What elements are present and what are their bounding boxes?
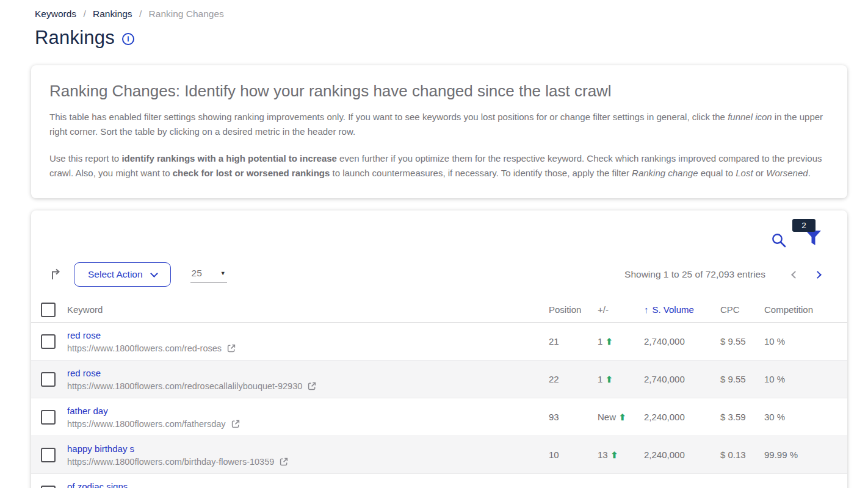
pagination <box>784 264 829 285</box>
table-header-row: Keyword Position +/- ↑ S. Volume CPC Com… <box>31 297 847 323</box>
cpc-value: $ 0.13 <box>720 450 764 460</box>
breadcrumb-separator: / <box>83 9 85 19</box>
breadcrumb-current: Ranking Changes <box>149 9 224 19</box>
keyword-link[interactable]: red rose <box>67 330 101 340</box>
position-value: 93 <box>549 412 598 422</box>
filter-value-worsened: Worsened <box>766 168 808 178</box>
intro-text: to launch countermeasures, if necessary.… <box>330 168 632 178</box>
keyword-link[interactable]: happy birthday s <box>67 443 134 454</box>
volume-value: 2,740,000 <box>644 336 720 346</box>
funnel-filter-icon[interactable]: 2 <box>805 230 822 251</box>
column-header-position[interactable]: Position <box>549 304 598 315</box>
cpc-value: $ 3.59 <box>720 412 764 422</box>
breadcrumb-separator: / <box>139 9 142 19</box>
column-header-competition[interactable]: Competition <box>764 304 847 315</box>
table-toolbar: Select Action 25 ▼ Showing 1 to 25 of 72… <box>31 251 847 289</box>
funnel-icon-mention: funnel icon <box>728 112 772 122</box>
row-checkbox[interactable] <box>41 410 56 425</box>
keyword-link[interactable]: father day <box>67 406 108 416</box>
volume-value: 2,740,000 <box>644 374 720 384</box>
intro-paragraph-1: This table has enabled filter settings s… <box>49 110 826 138</box>
select-all-checkbox[interactable] <box>41 303 56 317</box>
filter-name-mention: Ranking change <box>632 168 698 178</box>
row-checkbox[interactable] <box>41 334 56 349</box>
select-action-button[interactable]: Select Action <box>74 262 171 287</box>
filter-count-badge: 2 <box>792 219 816 232</box>
row-checkbox[interactable] <box>41 486 56 488</box>
external-link-icon[interactable] <box>226 343 236 353</box>
table-row: red rose https://www.1800flowers.com/red… <box>31 361 847 398</box>
change-up-icon: ⬆ <box>611 450 618 460</box>
change-up-icon: ⬆ <box>619 412 626 422</box>
page-title: Rankings <box>35 27 115 49</box>
caret-down-icon: ▼ <box>220 270 226 276</box>
chevron-right-icon <box>814 271 822 279</box>
chevron-down-icon <box>150 270 158 278</box>
intro-text: or <box>753 168 767 178</box>
external-link-icon[interactable] <box>231 419 241 429</box>
intro-card: Ranking Changes: Identify how your ranki… <box>31 65 847 198</box>
position-value: 22 <box>549 374 598 384</box>
column-header-svolume[interactable]: ↑ S. Volume <box>644 304 720 315</box>
change-up-icon: ⬆ <box>606 337 613 346</box>
intro-heading: Ranking Changes: Identify how your ranki… <box>49 82 826 101</box>
keyword-url: https://www.1800flowers.com/redrosecalla… <box>67 381 302 391</box>
column-header-cpc[interactable]: CPC <box>720 304 764 315</box>
column-header-keyword[interactable]: Keyword <box>67 304 549 315</box>
breadcrumb: Keywords / Rankings / Ranking Changes <box>35 9 868 20</box>
info-icon[interactable]: i <box>122 33 134 45</box>
keyword-url: https://www.1800flowers.com/fathersday <box>67 419 226 429</box>
external-link-icon[interactable] <box>307 381 317 391</box>
position-value: 10 <box>549 450 598 460</box>
cpc-value: $ 9.55 <box>720 336 764 346</box>
competition-value: 99.99 % <box>764 450 847 460</box>
competition-value: 30 % <box>764 412 847 422</box>
export-icon[interactable] <box>49 268 63 281</box>
change-value: 1 <box>598 336 602 346</box>
intro-bold: identify rankings with a high potential … <box>121 153 337 163</box>
search-icon[interactable] <box>771 232 787 251</box>
position-value: 21 <box>549 336 598 346</box>
competition-value: 10 % <box>764 374 847 384</box>
keyword-link[interactable]: of zodiac signs <box>67 481 128 488</box>
next-page-button[interactable] <box>806 264 829 285</box>
volume-value: 2,240,000 <box>644 412 720 422</box>
table-row: father day https://www.1800flowers.com/f… <box>31 398 847 436</box>
keyword-url: https://www.1800flowers.com/red-roses <box>67 343 222 353</box>
breadcrumb-link-keywords[interactable]: Keywords <box>35 9 76 19</box>
intro-bold: check for lost or worsened rankings <box>173 168 330 178</box>
row-checkbox[interactable] <box>41 448 56 462</box>
intro-text: Use this report to <box>49 153 121 163</box>
competition-value: 10 % <box>764 336 847 346</box>
change-up-icon: ⬆ <box>606 375 613 384</box>
filter-value-lost: Lost <box>736 168 753 178</box>
cpc-value: $ 9.55 <box>720 374 764 384</box>
volume-value: 2,240,000 <box>644 450 720 460</box>
table-row: red rose https://www.1800flowers.com/red… <box>31 323 847 361</box>
sort-ascending-icon: ↑ <box>644 304 649 315</box>
page: Keywords / Rankings / Ranking Changes Ra… <box>0 9 868 488</box>
title-row: Rankings i <box>35 27 868 49</box>
ranking-table-card: 2 Select Action 25 <box>31 210 847 488</box>
previous-page-button[interactable] <box>784 264 806 285</box>
page-size-select[interactable]: 25 ▼ <box>190 267 227 283</box>
external-link-icon[interactable] <box>279 457 289 467</box>
intro-text: This table has enabled filter settings s… <box>49 112 728 122</box>
column-header-change[interactable]: +/- <box>598 304 644 315</box>
breadcrumb-link-rankings[interactable]: Rankings <box>93 9 132 19</box>
intro-text: . <box>808 168 811 178</box>
chevron-left-icon <box>791 271 799 279</box>
select-action-label: Select Action <box>88 269 143 280</box>
table-row: of zodiac signs https://www.1800flowers.… <box>31 474 847 488</box>
change-value: 13 <box>598 450 608 460</box>
intro-paragraph-2: Use this report to identify rankings wit… <box>49 151 826 180</box>
toolbar-left: Select Action 25 ▼ <box>49 262 227 287</box>
table-body: red rose https://www.1800flowers.com/red… <box>31 323 847 488</box>
keyword-link[interactable]: red rose <box>67 368 101 378</box>
showing-entries-text: Showing 1 to 25 of 72,093 entries <box>624 269 765 280</box>
column-header-svolume-label: S. Volume <box>653 304 694 315</box>
row-checkbox[interactable] <box>41 372 56 387</box>
change-value: New <box>598 412 616 422</box>
keyword-url: https://www.1800flowers.com/birthday-flo… <box>67 457 274 467</box>
change-value: 1 <box>598 374 602 384</box>
